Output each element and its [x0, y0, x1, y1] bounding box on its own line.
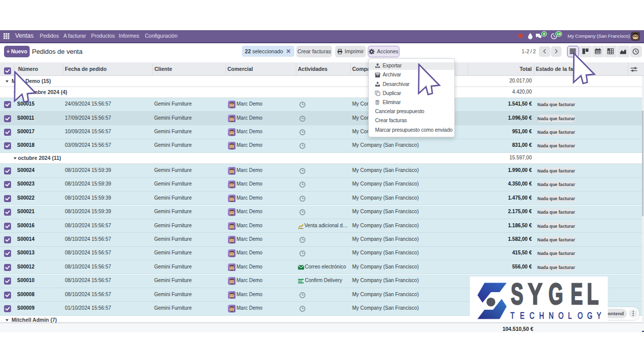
- svg-text:T: T: [511, 310, 515, 321]
- svg-text:O: O: [558, 310, 564, 321]
- svg-text:L: L: [568, 310, 572, 321]
- svg-text:S: S: [511, 277, 523, 311]
- svg-text:N: N: [549, 310, 554, 321]
- svg-text:Y: Y: [597, 310, 601, 321]
- svg-text:Y: Y: [528, 277, 542, 311]
- svg-text:H: H: [539, 310, 544, 321]
- svg-text:O: O: [578, 310, 583, 321]
- svg-text:E: E: [571, 277, 583, 310]
- svg-text:G: G: [587, 310, 592, 321]
- svg-text:G: G: [548, 277, 563, 311]
- svg-text:L: L: [587, 277, 599, 311]
- svg-text:C: C: [530, 310, 535, 321]
- svg-text:E: E: [520, 310, 525, 321]
